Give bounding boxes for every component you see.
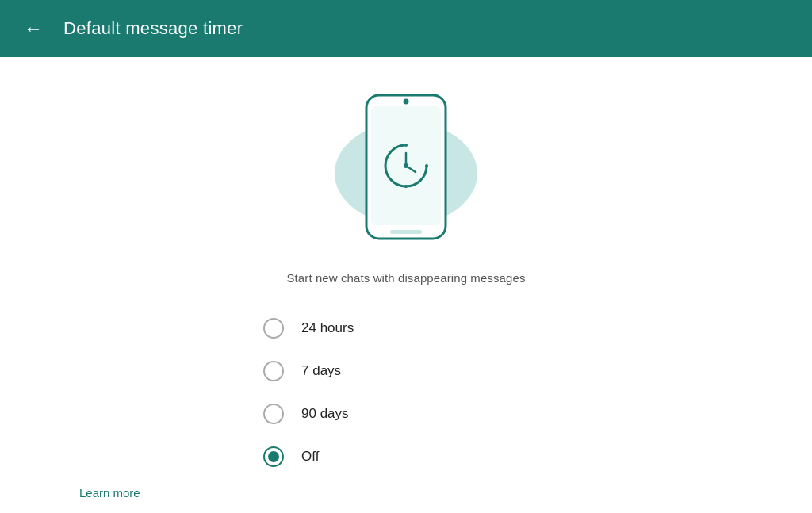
svg-point-10 xyxy=(404,163,408,168)
svg-point-7 xyxy=(404,185,408,188)
content-area: Start new chats with disappearing messag… xyxy=(0,57,812,500)
option-24h[interactable]: 24 hours xyxy=(263,307,549,350)
svg-rect-3 xyxy=(390,230,422,234)
radio-7d[interactable] xyxy=(263,361,284,381)
radio-off[interactable] xyxy=(263,446,284,467)
phone-svg xyxy=(362,94,450,240)
option-7d-label: 7 days xyxy=(301,363,341,379)
radio-24h[interactable] xyxy=(263,318,284,339)
learn-more-link[interactable]: Learn more xyxy=(0,486,140,500)
radio-90d[interactable] xyxy=(263,404,284,424)
back-button[interactable]: ← xyxy=(19,14,48,43)
option-off-label: Off xyxy=(301,449,319,465)
option-90d[interactable]: 90 days xyxy=(263,392,549,435)
option-off[interactable]: Off xyxy=(263,435,549,478)
svg-point-6 xyxy=(425,164,428,167)
option-24h-label: 24 hours xyxy=(301,320,354,336)
phone-illustration xyxy=(362,94,450,243)
description-text: Start new chats with disappearing messag… xyxy=(286,271,525,285)
svg-point-2 xyxy=(404,98,409,104)
header: ← Default message timer xyxy=(0,0,812,57)
options-list: 24 hours 7 days 90 days Off xyxy=(184,307,628,478)
page-title: Default message timer xyxy=(63,18,243,39)
option-90d-label: 90 days xyxy=(301,406,349,422)
illustration xyxy=(319,81,493,255)
option-7d[interactable]: 7 days xyxy=(263,350,549,392)
svg-point-5 xyxy=(404,144,408,147)
radio-off-inner xyxy=(268,451,279,462)
